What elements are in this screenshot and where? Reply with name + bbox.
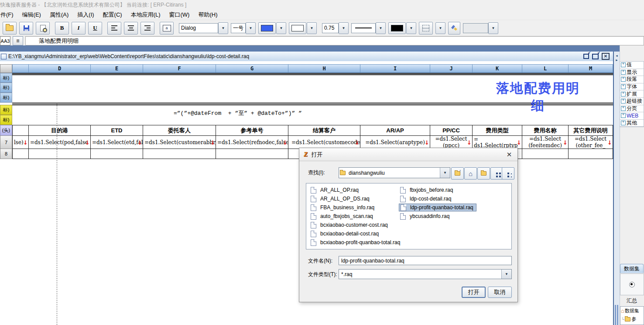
cell-d6[interactable]: 目的港 <box>28 125 91 136</box>
property-item-hyperlink[interactable]: 超链接 <box>620 98 644 105</box>
file-item[interactable]: bcxiaobao-detail-cost.raq <box>311 229 401 238</box>
cell-f7[interactable]: =ds1.Select(customerabbr,fa↓ <box>143 135 216 149</box>
expand-plus-icon[interactable] <box>621 113 626 118</box>
open-confirm-button[interactable]: 打开 <box>462 287 486 298</box>
close-icon[interactable]: ✕ <box>602 53 610 60</box>
property-item-extend[interactable]: 扩展 <box>620 90 644 98</box>
file-item[interactable]: AR_ALL_OP_DS.raq <box>311 194 401 203</box>
file-item[interactable]: bcxiaobao-profit-quanbao-total.raq <box>311 238 401 247</box>
print-preview-button[interactable] <box>36 22 50 35</box>
formula-input[interactable]: 落地配费用明细 <box>25 36 644 45</box>
expand-plus-icon[interactable] <box>621 62 626 67</box>
home-button[interactable]: ⌂ <box>464 167 477 180</box>
file-item[interactable]: FBA_business_info.raq <box>311 203 401 212</box>
row-header-6[interactable]: (头) <box>0 125 12 136</box>
file-name-input[interactable] <box>339 256 512 265</box>
equals-button[interactable]: = <box>13 36 23 45</box>
border-width-dropdown[interactable]: ▼ <box>339 22 349 34</box>
file-type-dropdown[interactable]: ▼ <box>501 270 511 279</box>
bold-button[interactable]: B <box>55 22 69 35</box>
column-header-k[interactable]: K <box>472 64 522 73</box>
column-header-m[interactable]: M <box>568 64 613 73</box>
menu-item-file[interactable]: 件(F) <box>0 10 18 20</box>
expand-plus-icon[interactable] <box>621 70 626 75</box>
dialog-titlebar[interactable]: Z 打开 ✕ <box>299 148 517 161</box>
menu-item-property[interactable]: 属性(A) <box>45 10 73 20</box>
column-header-g[interactable]: G <box>216 64 288 73</box>
file-item[interactable]: auto_fbxjobs_scan.raq <box>311 212 401 221</box>
border-color-button[interactable] <box>388 22 406 34</box>
cell-e8[interactable] <box>90 149 143 159</box>
border-width-combo[interactable]: 0.75 <box>322 23 339 33</box>
cell-k6[interactable]: 费用类型 <box>472 125 522 136</box>
save-button[interactable] <box>19 22 33 35</box>
menu-item-insert[interactable]: 插入(I) <box>73 10 98 20</box>
border-settings-dropdown[interactable]: ▼ <box>435 22 445 34</box>
cell-e7[interactable]: =ds1.Select(etd,fals↓ <box>90 135 143 149</box>
column-header-f[interactable]: F <box>143 64 216 73</box>
expand-plus-icon[interactable] <box>621 106 626 111</box>
splitter-collapse-icon[interactable]: ◄ <box>615 54 618 57</box>
underline-button[interactable]: U <box>88 22 102 35</box>
expand-plus-icon[interactable] <box>621 84 626 89</box>
row-header-1[interactable]: 标) <box>0 73 12 83</box>
tab-dataset[interactable]: 数据集 <box>620 264 644 273</box>
cell-l6[interactable]: 费用名称 <box>522 125 569 136</box>
sheet-corner[interactable] <box>0 64 12 73</box>
column-header-l[interactable]: L <box>522 64 569 73</box>
cell-c6[interactable] <box>12 125 29 136</box>
dialog-close-icon[interactable]: ✕ <box>505 151 513 158</box>
property-item-paging[interactable]: 分页 <box>620 105 644 113</box>
list-view-button[interactable] <box>502 167 514 180</box>
menu-item-edit[interactable]: 编辑(E) <box>18 10 45 20</box>
column-header-c[interactable] <box>12 64 29 73</box>
format-painter-button[interactable] <box>448 22 460 35</box>
cell-j7[interactable]: =ds1.Select(ppcc)↓ <box>430 135 473 149</box>
cell-g6[interactable]: 参考单号 <box>216 125 288 136</box>
column-header-j[interactable]: J <box>430 64 473 73</box>
row-header-7[interactable]: 7 <box>0 135 12 149</box>
cell-i6[interactable]: AR/AP <box>360 125 430 136</box>
file-item[interactable]: AR_ALL_OP.raq <box>311 186 401 194</box>
border-color-dropdown[interactable]: ▼ <box>406 22 416 34</box>
column-header-e[interactable]: E <box>90 64 143 73</box>
expand-plus-icon[interactable] <box>621 121 626 125</box>
property-item-value[interactable]: 值 <box>620 62 644 69</box>
align-right-button[interactable] <box>140 22 154 35</box>
cell-j6[interactable]: PP/CC <box>430 125 473 136</box>
menu-item-help[interactable]: 帮助(H) <box>194 10 222 20</box>
cell-d8[interactable] <box>28 149 91 159</box>
minimize-icon[interactable] <box>583 54 589 59</box>
cell-reference-box[interactable]: AA3 <box>0 36 10 45</box>
property-item-web[interactable]: WEB <box>620 112 644 120</box>
cell-g7[interactable]: =ds1.Select(refnodec,false)↓ <box>216 135 288 149</box>
foreground-color-dropdown[interactable]: ▼ <box>276 22 286 34</box>
row-header-3[interactable]: 标) <box>0 93 12 103</box>
menu-item-local-app[interactable]: 本地应用(L) <box>127 10 165 20</box>
menu-item-config[interactable]: 配置(C) <box>99 10 127 20</box>
cell-f6[interactable]: 委托客人 <box>143 125 216 136</box>
document-titlebar[interactable]: E:\YB_xiangmu\Administrator_erp\web\WebC… <box>0 52 613 62</box>
expand-plus-icon[interactable] <box>621 92 626 97</box>
cell-d7[interactable]: =ds1.Select(pod,false↓ <box>28 135 91 149</box>
open-button[interactable] <box>3 22 17 35</box>
scrollbar-thumb[interactable] <box>617 305 618 325</box>
dataset-tree-root[interactable]: ⌂ 数据集 <box>620 307 644 315</box>
grid-view-button[interactable] <box>490 167 503 180</box>
look-in-combo[interactable]: dianshangwuliu ▼ <box>339 167 450 178</box>
background-color-dropdown[interactable]: ▼ <box>307 22 317 34</box>
align-center-button[interactable] <box>124 22 138 35</box>
property-item-display[interactable]: 显示 <box>620 69 644 76</box>
cancel-button[interactable]: 取消 <box>488 287 512 298</box>
property-item-paragraph[interactable]: 段落 <box>620 76 644 83</box>
property-item-other[interactable]: 其他 <box>620 120 644 127</box>
row-header-8[interactable]: 8 <box>0 149 12 159</box>
cell-h7[interactable]: =ds1.Select(customecode)↓ <box>288 135 360 149</box>
file-item-selected[interactable]: ldp-profit-quanbao-total.raq <box>400 203 476 212</box>
property-item-font[interactable]: 字体 <box>620 83 644 91</box>
file-item[interactable]: ldp-cost-detail.raq <box>400 194 476 203</box>
cell-c8[interactable] <box>12 149 29 159</box>
cell-e6[interactable]: ETD <box>90 125 143 136</box>
row-header-4[interactable]: 标) <box>0 105 12 115</box>
up-one-level-button[interactable] <box>451 167 464 180</box>
